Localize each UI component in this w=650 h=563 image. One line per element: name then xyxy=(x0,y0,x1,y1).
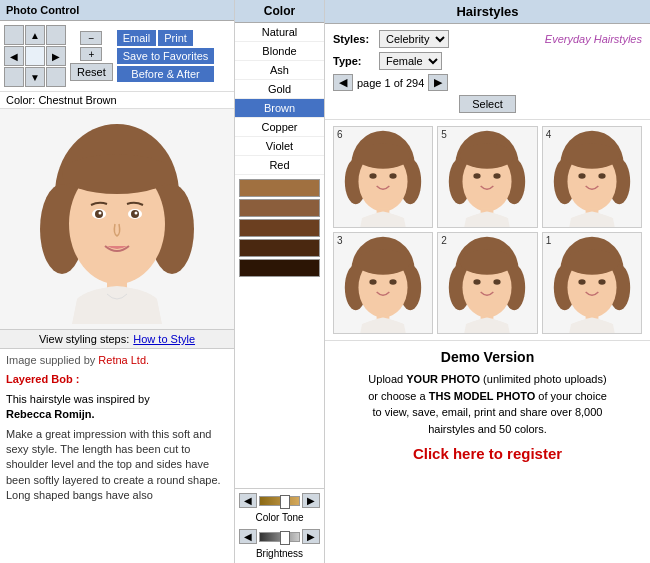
hairstyle-cell-1[interactable]: 1 xyxy=(542,232,642,334)
svg-point-42 xyxy=(390,279,397,284)
brightness-slider-thumb[interactable] xyxy=(280,531,290,545)
nav-right[interactable]: ▶ xyxy=(46,46,66,66)
demo-section: Demo Version Upload YOUR PHOTO (unlimite… xyxy=(325,340,650,563)
style-name: Layered Bob : xyxy=(6,372,228,387)
tone-slider-thumb[interactable] xyxy=(280,495,290,509)
nav-down-left[interactable] xyxy=(4,67,24,87)
color-swatch-4[interactable] xyxy=(239,259,320,277)
color-item-violet[interactable]: Violet xyxy=(235,137,324,156)
tone-left-arrow[interactable]: ◀ xyxy=(239,493,257,508)
tone-right-arrow[interactable]: ▶ xyxy=(302,493,320,508)
inspired-by: This hairstyle was inspired by Rebecca R… xyxy=(6,392,228,423)
prev-page-arrow[interactable]: ◀ xyxy=(333,74,353,91)
demo-your-photo: YOUR PHOTO xyxy=(406,373,480,385)
svg-point-57 xyxy=(578,279,585,284)
demo-text-5: to view, save, email, print and share ov… xyxy=(373,406,603,418)
next-page-arrow[interactable]: ▶ xyxy=(428,74,448,91)
save-favorites-button[interactable]: Save to Favorites xyxy=(117,48,215,64)
nav-center[interactable] xyxy=(25,46,45,66)
hairstyle-num-4: 4 xyxy=(546,129,552,140)
hairstyle-thumb-4 xyxy=(547,127,637,227)
hairstyles-controls: Styles: Celebrity Everyday Hairstyles Ty… xyxy=(325,24,650,120)
hairstyle-thumb-1 xyxy=(547,233,637,333)
nav-down-right[interactable] xyxy=(46,67,66,87)
color-swatch-1[interactable] xyxy=(239,199,320,217)
color-item-brown[interactable]: Brown xyxy=(235,99,324,118)
hairstyle-thumb-6 xyxy=(338,127,428,227)
retna-link[interactable]: Retna Ltd. xyxy=(98,354,149,366)
type-select[interactable]: Female xyxy=(379,52,442,70)
color-swatch-2[interactable] xyxy=(239,219,320,237)
nav-left[interactable]: ◀ xyxy=(4,46,24,66)
hairstyle-cell-4[interactable]: 4 xyxy=(542,126,642,228)
color-item-copper[interactable]: Copper xyxy=(235,118,324,137)
hairstyle-thumb-2 xyxy=(442,233,532,333)
zoom-out-btn[interactable]: − xyxy=(80,31,102,45)
nav-arrows: ▲ ◀ ▶ ▼ xyxy=(4,25,66,87)
hairstyle-thumb-3 xyxy=(338,233,428,333)
nav-up[interactable]: ▲ xyxy=(25,25,45,45)
zoom-buttons: − + xyxy=(80,31,102,61)
brightness-right-arrow[interactable]: ▶ xyxy=(302,529,320,544)
before-after-button[interactable]: Before & After xyxy=(117,66,215,82)
svg-point-40 xyxy=(356,249,411,274)
color-item-red[interactable]: Red xyxy=(235,156,324,175)
hairstyle-num-2: 2 xyxy=(441,235,447,246)
brightness-left-arrow[interactable]: ◀ xyxy=(239,529,257,544)
color-tone-slider-container: ◀ ▶ xyxy=(239,493,320,508)
svg-point-48 xyxy=(460,249,515,274)
how-to-style-link[interactable]: How to Style xyxy=(133,333,195,345)
demo-title: Demo Version xyxy=(333,349,642,365)
color-swatch-0[interactable] xyxy=(239,179,320,197)
register-link[interactable]: Click here to register xyxy=(333,445,642,462)
select-button[interactable]: Select xyxy=(459,95,516,113)
print-button[interactable]: Print xyxy=(158,30,193,46)
right-panel: Hairstyles Styles: Celebrity Everyday Ha… xyxy=(325,0,650,563)
model-image-area xyxy=(0,109,234,329)
svg-point-4 xyxy=(62,154,172,194)
color-item-natural[interactable]: Natural xyxy=(235,23,324,42)
view-styling-label: View styling steps: xyxy=(39,333,129,345)
color-swatch-3[interactable] xyxy=(239,239,320,257)
hairstyle-cell-5[interactable]: 5 xyxy=(437,126,537,228)
hairstyle-grid: 6 5 4 xyxy=(325,120,650,340)
styles-select[interactable]: Celebrity xyxy=(379,30,449,48)
svg-point-56 xyxy=(565,249,620,274)
svg-point-33 xyxy=(578,173,585,178)
svg-point-24 xyxy=(460,143,515,168)
tone-slider-track[interactable] xyxy=(259,496,300,506)
zoom-in-btn[interactable]: + xyxy=(80,47,102,61)
supplied-by-text: Image supplied by Retna Ltd. xyxy=(6,353,228,368)
color-item-ash[interactable]: Ash xyxy=(235,61,324,80)
hairstyle-cell-6[interactable]: 6 xyxy=(333,126,433,228)
nav-up-left[interactable] xyxy=(4,25,24,45)
hairstyle-num-5: 5 xyxy=(441,129,447,140)
hairstyle-cell-2[interactable]: 2 xyxy=(437,232,537,334)
demo-text-4: of your choice xyxy=(535,390,607,402)
svg-point-26 xyxy=(494,173,501,178)
left-panel: Photo Control ▲ ◀ ▶ ▼ − + Reset Email Pr… xyxy=(0,0,235,563)
svg-point-25 xyxy=(474,173,481,178)
toolbar-buttons: Email Print Save to Favorites Before & A… xyxy=(117,30,215,82)
svg-point-16 xyxy=(356,143,411,168)
everyday-hairstyles-link[interactable]: Everyday Hairstyles xyxy=(545,33,642,45)
hairstyles-header: Hairstyles xyxy=(325,0,650,24)
svg-point-49 xyxy=(474,279,481,284)
demo-text-1: Upload xyxy=(368,373,406,385)
svg-point-41 xyxy=(370,279,377,284)
hairstyle-num-3: 3 xyxy=(337,235,343,246)
nav-up-right[interactable] xyxy=(46,25,66,45)
svg-point-50 xyxy=(494,279,501,284)
email-button[interactable]: Email xyxy=(117,30,157,46)
brightness-slider-track[interactable] xyxy=(259,532,300,542)
nav-down[interactable]: ▼ xyxy=(25,67,45,87)
hairstyle-cell-3[interactable]: 3 xyxy=(333,232,433,334)
brightness-slider-container: ◀ ▶ xyxy=(239,529,320,544)
photo-control-header: Photo Control xyxy=(0,0,234,21)
reset-button[interactable]: Reset xyxy=(70,63,113,81)
color-item-gold[interactable]: Gold xyxy=(235,80,324,99)
color-item-blonde[interactable]: Blonde xyxy=(235,42,324,61)
brightness-label: Brightness xyxy=(239,548,320,559)
model-face-svg xyxy=(37,114,197,324)
inspired-name: Rebecca Romijn. xyxy=(6,408,95,420)
